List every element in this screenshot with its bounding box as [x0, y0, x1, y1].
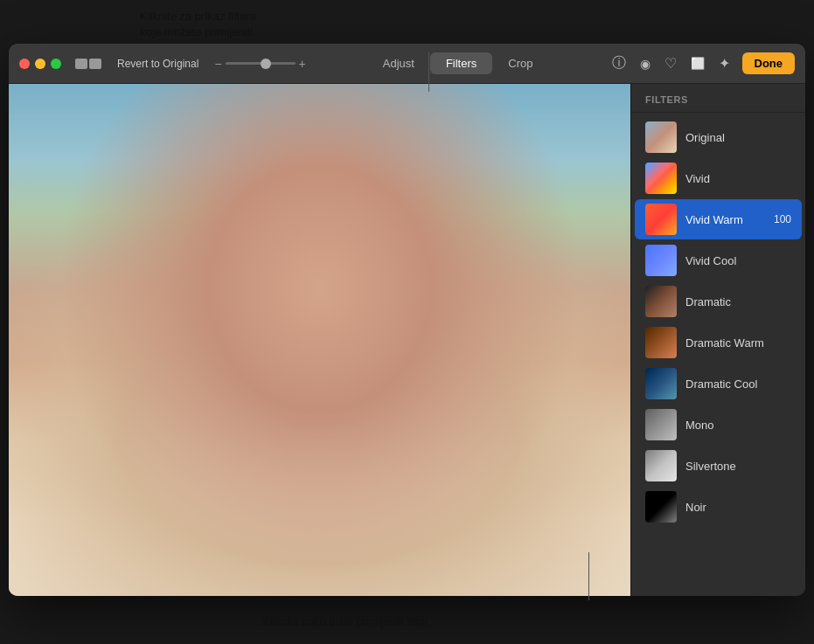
filter-value-vivid-warm: 100	[774, 213, 791, 225]
tooltip-bottom: Kliknite kako biste primijenili filtar.	[262, 615, 431, 628]
slider-plus-icon[interactable]: +	[299, 57, 306, 71]
filter-label-original: Original	[685, 131, 791, 144]
tab-adjust[interactable]: Adjust	[367, 52, 430, 74]
filter-thumb-vivid-warm	[645, 204, 677, 235]
filter-label-dramatic: Dramatic	[685, 295, 791, 308]
filters-sidebar: FILTERS Original Vivid Vivid Warm 100	[630, 84, 805, 596]
content-area: FILTERS Original Vivid Vivid Warm 100	[9, 84, 805, 596]
filter-thumb-dramatic-cool	[645, 368, 677, 399]
filter-thumb-original	[645, 121, 677, 153]
photo-area	[9, 84, 630, 596]
dual-view-icon-left	[75, 59, 87, 69]
magic-button[interactable]: ✦	[717, 53, 732, 73]
filter-item-vivid[interactable]: Vivid	[635, 158, 802, 198]
favorite-button[interactable]: ♡	[663, 53, 678, 73]
info-icon: ⓘ	[612, 54, 626, 73]
tooltip-line-top	[428, 52, 429, 92]
face-icon: ◉	[640, 57, 651, 71]
filter-label-vivid-warm: Vivid Warm	[685, 213, 765, 226]
done-button[interactable]: Done	[742, 52, 796, 74]
share-icon: ⬜	[691, 57, 705, 70]
filter-item-vivid-cool[interactable]: Vivid Cool	[635, 240, 802, 280]
filters-sidebar-title: FILTERS	[631, 84, 805, 113]
tab-filters[interactable]: Filters	[430, 52, 492, 74]
filter-item-noir[interactable]: Noir	[635, 487, 802, 527]
filter-label-dramatic-warm: Dramatic Warm	[685, 336, 791, 350]
filter-label-vivid-cool: Vivid Cool	[685, 254, 791, 267]
filter-item-original[interactable]: Original	[635, 117, 802, 157]
slider-minus-icon[interactable]: −	[214, 57, 221, 71]
filter-item-dramatic-cool[interactable]: Dramatic Cool	[635, 364, 802, 404]
filter-label-dramatic-cool: Dramatic Cool	[685, 377, 791, 391]
zoom-slider: − +	[214, 57, 305, 71]
tooltip-top: Kliknite za prikaz filtara koje možete p…	[140, 9, 256, 40]
filter-label-silvertone: Silvertone	[685, 460, 791, 473]
slider-thumb[interactable]	[261, 59, 271, 69]
minimize-button[interactable]	[35, 59, 45, 69]
titlebar-right-controls: ⓘ ◉ ♡ ⬜ ✦ Done	[610, 52, 796, 74]
face-detect-button[interactable]: ◉	[638, 55, 652, 73]
titlebar-left-controls: Revert to Original − +	[75, 55, 306, 73]
close-button[interactable]	[19, 59, 30, 69]
tooltip-line-bottom	[588, 552, 589, 600]
share-button[interactable]: ⬜	[689, 55, 706, 72]
filter-label-vivid: Vivid	[685, 172, 791, 185]
filter-thumb-silvertone	[645, 450, 677, 481]
photo-placeholder	[9, 84, 630, 596]
filter-thumb-mono	[645, 409, 677, 440]
dual-view-button[interactable]	[75, 59, 101, 69]
info-button[interactable]: ⓘ	[610, 52, 628, 74]
heart-icon: ♡	[664, 55, 677, 72]
filter-item-vivid-warm[interactable]: Vivid Warm 100	[635, 199, 802, 239]
filter-item-mono[interactable]: Mono	[635, 405, 802, 445]
filter-thumb-dramatic-warm	[645, 327, 677, 358]
filter-item-dramatic-warm[interactable]: Dramatic Warm	[635, 322, 802, 363]
photo-face	[9, 84, 630, 596]
tab-bar: Adjust Filters Crop	[313, 52, 603, 74]
filter-thumb-noir	[645, 491, 677, 523]
filter-label-mono: Mono	[685, 419, 791, 432]
filter-item-silvertone[interactable]: Silvertone	[635, 446, 802, 486]
magic-icon: ✦	[719, 55, 730, 72]
traffic-lights	[19, 59, 61, 69]
filter-thumb-vivid	[645, 163, 677, 194]
maximize-button[interactable]	[51, 59, 61, 69]
filter-thumb-vivid-cool	[645, 245, 677, 276]
filters-list: Original Vivid Vivid Warm 100 Vivid Cool	[631, 113, 805, 596]
dual-view-icon-right	[89, 59, 101, 69]
revert-button[interactable]: Revert to Original	[110, 55, 205, 73]
slider-track[interactable]	[226, 62, 296, 65]
filter-label-noir: Noir	[685, 501, 791, 514]
filter-thumb-dramatic	[645, 286, 677, 317]
titlebar: Revert to Original − + Adjust Filters Cr…	[9, 44, 805, 84]
main-window: Revert to Original − + Adjust Filters Cr…	[9, 44, 805, 596]
tab-crop[interactable]: Crop	[492, 52, 548, 74]
filter-item-dramatic[interactable]: Dramatic	[635, 281, 802, 322]
